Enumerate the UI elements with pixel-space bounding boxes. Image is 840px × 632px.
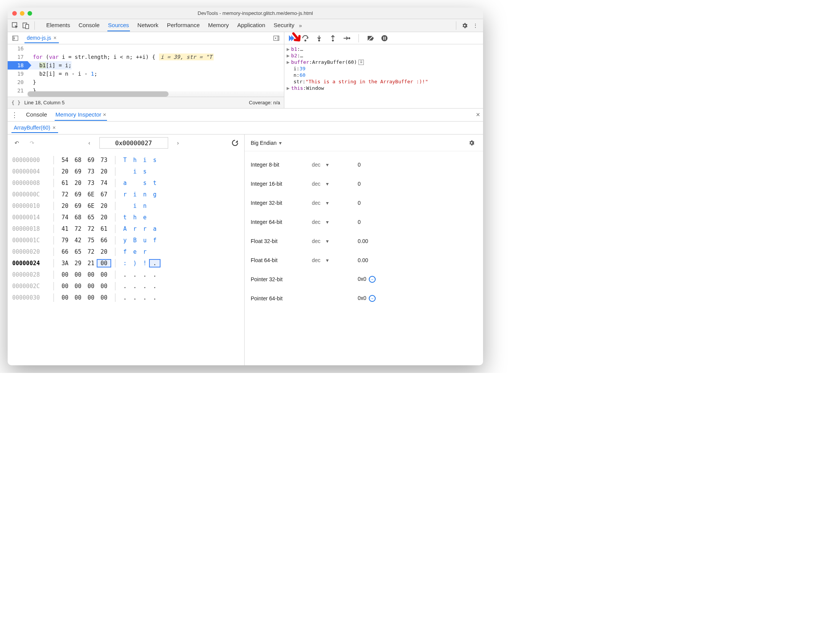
line-number[interactable]: 17 xyxy=(8,53,28,61)
pause-exceptions-button[interactable] xyxy=(379,33,389,43)
hex-byte[interactable]: 20 xyxy=(97,214,110,221)
close-tab-icon[interactable]: × xyxy=(52,125,55,131)
device-toolbar-icon[interactable] xyxy=(21,20,31,31)
ascii-byte[interactable] xyxy=(150,248,160,255)
close-tab-icon[interactable]: × xyxy=(101,111,106,118)
ascii-byte[interactable]: f xyxy=(120,248,130,255)
panel-tab-sources[interactable]: Sources xyxy=(107,19,130,31)
hex-byte[interactable]: 21 xyxy=(84,260,97,267)
ascii-byte[interactable]: h xyxy=(130,214,140,221)
hex-row[interactable]: 000000243A292100:)!. xyxy=(12,258,240,269)
hex-row[interactable]: 0000002066657220fer xyxy=(12,246,240,258)
code-line[interactable]: b2[i] = n - i - 1; xyxy=(28,70,97,78)
ascii-byte[interactable]: n xyxy=(140,191,150,198)
value-mode-select[interactable]: dec▾ xyxy=(312,162,358,168)
scope-item-b1[interactable]: ▶b1: … xyxy=(287,46,481,52)
ascii-byte[interactable]: T xyxy=(120,157,130,164)
hex-byte[interactable]: 65 xyxy=(71,248,84,255)
ascii-byte[interactable]: s xyxy=(140,168,150,175)
panel-tab-network[interactable]: Network xyxy=(137,19,159,31)
hex-byte[interactable]: 41 xyxy=(58,225,71,232)
line-number[interactable]: 20 xyxy=(8,78,28,86)
more-tabs-icon[interactable]: » xyxy=(295,20,306,31)
hex-byte[interactable]: 68 xyxy=(71,214,84,221)
ascii-byte[interactable]: ! xyxy=(140,260,150,267)
step-over-button[interactable] xyxy=(300,33,310,43)
line-number[interactable]: 22 xyxy=(8,95,28,97)
hex-byte[interactable]: 6E xyxy=(84,203,97,209)
ascii-byte[interactable]: e xyxy=(140,214,150,221)
ascii-byte[interactable]: a xyxy=(120,180,130,186)
ascii-byte[interactable]: r xyxy=(140,248,150,255)
ascii-byte[interactable]: i xyxy=(140,157,150,164)
hex-row[interactable]: 0000001841727261Arra xyxy=(12,223,240,235)
ascii-byte[interactable]: . xyxy=(150,260,160,267)
ascii-byte[interactable]: h xyxy=(130,157,140,164)
hex-row[interactable]: 0000000C72696E67ring xyxy=(12,189,240,200)
ascii-byte[interactable] xyxy=(150,168,160,175)
hex-byte[interactable]: 00 xyxy=(84,271,97,278)
prev-page-icon[interactable]: ‹ xyxy=(84,138,95,148)
ascii-byte[interactable] xyxy=(150,214,160,221)
ascii-byte[interactable]: . xyxy=(120,271,130,278)
scope-item-this[interactable]: ▶this: Window xyxy=(287,85,481,91)
code-line[interactable] xyxy=(28,44,33,53)
code-line[interactable]: b1[i] = i; xyxy=(28,61,71,70)
ascii-byte[interactable]: g xyxy=(150,191,160,198)
hex-byte[interactable]: 72 xyxy=(84,248,97,255)
next-page-icon[interactable]: › xyxy=(173,138,183,148)
value-mode-select[interactable]: dec▾ xyxy=(312,181,358,187)
maximize-window-button[interactable] xyxy=(28,11,32,16)
hex-byte[interactable]: 00 xyxy=(58,294,71,301)
hex-byte[interactable]: 00 xyxy=(97,294,110,301)
resume-button[interactable]: ➜ xyxy=(287,33,297,43)
hex-row[interactable]: 0000000054686973This xyxy=(12,154,240,166)
jump-to-address-icon[interactable]: → xyxy=(369,276,376,283)
hex-byte[interactable]: 20 xyxy=(97,248,110,255)
ascii-byte[interactable]: e xyxy=(130,248,140,255)
hex-byte[interactable]: 00 xyxy=(71,294,84,301)
hex-byte[interactable]: 20 xyxy=(97,168,110,175)
ascii-byte[interactable]: y xyxy=(120,237,130,244)
hex-byte[interactable]: 20 xyxy=(58,203,71,209)
ascii-byte[interactable]: B xyxy=(130,237,140,244)
show-navigator-icon[interactable] xyxy=(10,33,21,44)
panel-tab-memory[interactable]: Memory xyxy=(208,19,230,31)
ascii-byte[interactable]: a xyxy=(150,225,160,232)
hex-byte[interactable]: 6E xyxy=(84,191,97,198)
show-debugger-icon[interactable] xyxy=(271,33,282,44)
hex-byte[interactable]: 61 xyxy=(97,225,110,232)
undo-icon[interactable]: ↶ xyxy=(11,138,22,148)
file-tab[interactable]: demo-js.js × xyxy=(24,33,59,43)
endian-select[interactable]: Big Endian▾ xyxy=(251,140,282,146)
hex-byte[interactable]: 69 xyxy=(71,168,84,175)
hex-byte[interactable]: 00 xyxy=(97,283,110,290)
panel-tab-performance[interactable]: Performance xyxy=(166,19,201,31)
hex-byte[interactable]: 54 xyxy=(58,157,71,164)
ascii-byte[interactable]: n xyxy=(140,203,150,209)
mi-buffer-tab[interactable]: ArrayBuffer(60) × xyxy=(11,123,58,133)
drawer-menu-icon[interactable]: ⋮ xyxy=(11,111,18,119)
horizontal-scrollbar[interactable] xyxy=(28,91,169,97)
reveal-in-memory-icon[interactable]: ⠿ xyxy=(358,60,364,65)
hex-byte[interactable]: 00 xyxy=(84,283,97,290)
ascii-byte[interactable] xyxy=(150,203,160,209)
hex-byte[interactable]: 00 xyxy=(97,271,110,278)
step-button[interactable] xyxy=(342,33,352,43)
ascii-byte[interactable]: . xyxy=(130,294,140,301)
hex-byte[interactable]: 72 xyxy=(58,191,71,198)
ascii-byte[interactable]: s xyxy=(150,157,160,164)
code-editor[interactable]: 1617for (var i = str.length; i < n; ++i)… xyxy=(8,44,284,97)
ascii-byte[interactable]: i xyxy=(130,168,140,175)
hex-byte[interactable]: 00 xyxy=(71,271,84,278)
hex-row[interactable]: 0000001474686520the xyxy=(12,212,240,223)
hex-table[interactable]: 0000000054686973This0000000420697320 is … xyxy=(8,151,244,306)
minimize-window-button[interactable] xyxy=(20,11,24,16)
value-mode-select[interactable]: dec▾ xyxy=(312,238,358,244)
ascii-byte[interactable]: i xyxy=(130,203,140,209)
hex-byte[interactable]: 66 xyxy=(58,248,71,255)
hex-byte[interactable]: 3A xyxy=(58,260,71,267)
hex-byte[interactable]: 00 xyxy=(58,283,71,290)
ascii-byte[interactable]: r xyxy=(130,225,140,232)
hex-row[interactable]: 0000001C79427566yBuf xyxy=(12,235,240,246)
